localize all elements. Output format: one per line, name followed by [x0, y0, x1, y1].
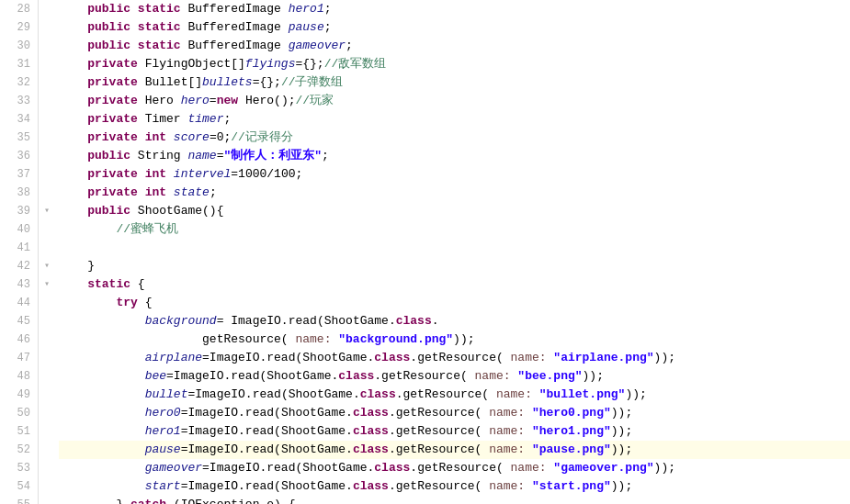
token: gameover	[289, 37, 346, 55]
token: (ShootGame.	[274, 477, 353, 496]
token: Timer	[138, 110, 188, 129]
token: (ShootGame.	[317, 312, 396, 330]
token: =ImageIO.	[202, 459, 266, 477]
token: ShootGame(){	[130, 202, 223, 220]
token: pause	[289, 18, 324, 37]
token	[59, 330, 202, 349]
code-line: private Timer timer;	[59, 110, 850, 129]
token: ={};	[253, 73, 281, 92]
token	[59, 55, 87, 73]
token: gameover	[145, 459, 202, 477]
token: (ShootGame.	[295, 349, 374, 367]
fold-marker	[39, 441, 55, 459]
token: ;	[324, 0, 332, 18]
token: {	[138, 294, 153, 312]
token: read	[245, 477, 274, 496]
code-line: hero0=ImageIO.read(ShootGame.class.getRe…	[59, 404, 850, 422]
fold-marker	[39, 422, 55, 441]
code-line: private int score=0;//记录得分	[59, 129, 850, 147]
token: ));	[611, 477, 632, 496]
token: class	[353, 404, 389, 422]
fold-marker	[39, 147, 55, 165]
code-line: pause=ImageIO.read(ShootGame.class.getRe…	[59, 441, 850, 459]
token: .	[432, 312, 439, 330]
token: }	[59, 496, 130, 504]
fold-marker	[39, 0, 55, 18]
fold-marker	[39, 92, 55, 110]
token: BufferedImage	[181, 0, 289, 18]
fold-marker	[39, 73, 55, 92]
token: int	[145, 165, 166, 184]
token: //敌军数组	[324, 55, 387, 73]
token: "start.png"	[532, 477, 611, 496]
token: (ShootGame.	[274, 441, 353, 459]
token: static	[138, 18, 181, 37]
fold-marker[interactable]: ▾	[39, 202, 55, 220]
token	[138, 165, 145, 184]
token: private	[87, 92, 138, 110]
token: bee	[145, 367, 166, 386]
token: "airplane.png"	[553, 349, 653, 367]
token: read	[245, 404, 274, 422]
token: state	[174, 184, 210, 202]
token: bullets	[202, 73, 253, 92]
token: class	[338, 367, 374, 386]
token: //子弹数组	[281, 73, 344, 92]
token	[59, 202, 87, 220]
token: private	[87, 110, 138, 129]
token: class	[353, 477, 389, 496]
line-number: 40	[7, 220, 30, 239]
token: =ImageIO.	[166, 367, 231, 386]
token: class	[374, 349, 410, 367]
line-number: 34	[7, 110, 30, 129]
fold-marker[interactable]: ▾	[39, 275, 55, 294]
token	[138, 184, 145, 202]
token	[59, 220, 116, 239]
token: String	[130, 147, 187, 165]
line-number: 46	[7, 330, 30, 349]
token: flyings	[245, 55, 296, 73]
line-number-gutter: 2829303132333435363738394041424344454647…	[0, 0, 39, 504]
token	[59, 386, 145, 404]
token: ;	[223, 110, 231, 129]
code-line: public ShootGame(){	[59, 202, 850, 220]
code-line: public static BufferedImage pause;	[59, 18, 850, 37]
code-line: public static BufferedImage gameover;	[59, 37, 850, 55]
token: ));	[611, 422, 632, 441]
line-number: 48	[7, 367, 30, 386]
token: static	[138, 0, 181, 18]
fold-marker	[39, 129, 55, 147]
token	[59, 294, 116, 312]
token: class	[396, 312, 432, 330]
token: name:	[482, 404, 532, 422]
token: (IOException e) {	[166, 496, 295, 504]
fold-marker	[39, 110, 55, 129]
token: "background.png"	[338, 330, 453, 349]
token: private	[87, 73, 138, 92]
token: Hero	[138, 92, 181, 110]
token: .getResource(	[389, 404, 482, 422]
code-line: bullet=ImageIO.read(ShootGame.class.getR…	[59, 386, 850, 404]
token: .getResource(	[389, 441, 482, 459]
line-number: 29	[7, 18, 30, 37]
token: (ShootGame.	[281, 386, 360, 404]
token	[59, 18, 87, 37]
token: FlyingObject[]	[138, 55, 245, 73]
token	[59, 73, 87, 92]
token: timer	[187, 110, 223, 129]
token: public	[87, 202, 130, 220]
line-number: 54	[7, 477, 30, 496]
token: read	[289, 312, 317, 330]
code-line: }	[59, 257, 850, 275]
token: pause	[145, 441, 181, 459]
fold-marker	[39, 312, 55, 330]
line-number: 38	[7, 184, 30, 202]
line-number: 33	[7, 92, 30, 110]
code-line: private int state;	[59, 184, 850, 202]
token: ));	[453, 330, 474, 349]
token: (ShootGame.	[274, 404, 353, 422]
token: //蜜蜂飞机	[116, 220, 178, 239]
token	[166, 129, 174, 147]
fold-marker	[39, 184, 55, 202]
fold-marker[interactable]: ▾	[39, 257, 55, 275]
